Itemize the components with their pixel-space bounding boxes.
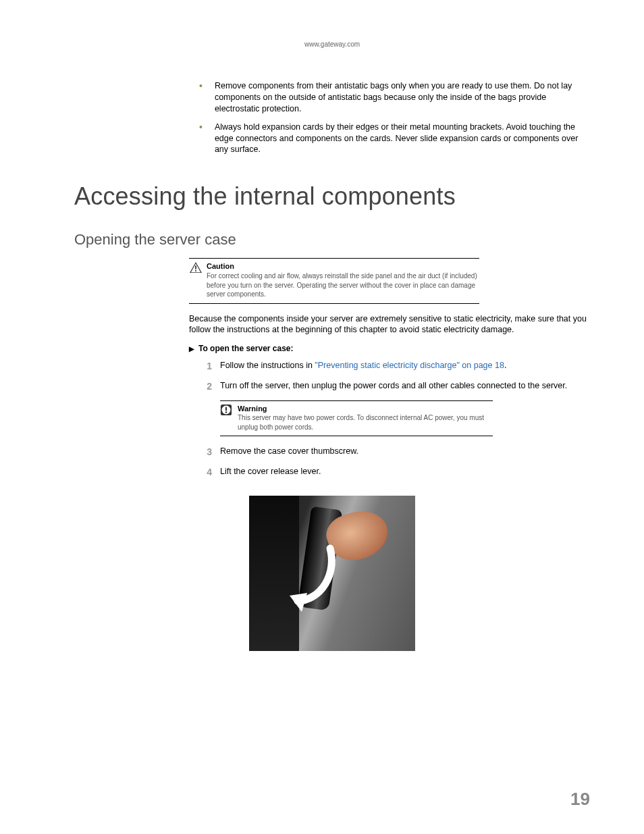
svg-rect-2 xyxy=(195,266,196,269)
bullet-text: Remove components from their antistatic … xyxy=(215,80,590,115)
step-text: Lift the cover release lever. xyxy=(220,466,590,479)
cross-reference-link[interactable]: "Preventing static electricity discharge… xyxy=(315,361,504,370)
step-text: Follow the instructions in "Preventing s… xyxy=(220,360,590,373)
caution-title: Caution xyxy=(207,262,234,270)
procedure-title-text: To open the server case: xyxy=(198,344,294,353)
step-1: 1 Follow the instructions in "Preventing… xyxy=(196,360,590,373)
caution-icon xyxy=(189,261,203,273)
motion-arrow-icon xyxy=(284,543,345,617)
step-number: 1 xyxy=(196,360,212,373)
antistatic-bullet-list: • Remove components from their antistati… xyxy=(199,80,590,155)
page-number: 19 xyxy=(570,789,590,810)
svg-rect-3 xyxy=(195,270,196,271)
step-text: Remove the case cover thumbscrew. xyxy=(220,446,590,459)
step-number: 4 xyxy=(196,466,212,479)
bullet-item: • Always hold expansion cards by their e… xyxy=(199,122,590,156)
header-url: www.gateway.com xyxy=(74,41,590,48)
bullet-dot-icon: • xyxy=(199,122,203,156)
warning-icon xyxy=(220,404,234,416)
step-2: 2 Turn off the server, then unplug the p… xyxy=(196,380,590,394)
svg-rect-6 xyxy=(225,407,227,411)
caution-callout: Caution For correct cooling and air flow… xyxy=(189,258,479,303)
bullet-text: Always hold expansion cards by their edg… xyxy=(215,122,590,156)
warning-title: Warning xyxy=(238,405,267,413)
step-list: 1 Follow the instructions in "Preventing… xyxy=(196,360,590,393)
bullet-item: • Remove components from their antistati… xyxy=(199,80,590,115)
step-4: 4 Lift the cover release lever. xyxy=(196,466,590,479)
warning-callout: Warning This server may have two power c… xyxy=(220,400,493,437)
procedure-arrow-icon: ▶ xyxy=(189,345,194,353)
step-list-continued: 3 Remove the case cover thumbscrew. 4 Li… xyxy=(196,446,590,479)
svg-point-7 xyxy=(225,411,227,413)
step-3: 3 Remove the case cover thumbscrew. xyxy=(196,446,590,459)
caution-body: For correct cooling and air flow, always… xyxy=(207,272,477,298)
section-heading: Accessing the internal components xyxy=(74,182,590,211)
procedure-title: ▶ To open the server case: xyxy=(189,344,590,353)
subsection-heading: Opening the server case xyxy=(74,231,590,249)
step-text: Turn off the server, then unplug the pow… xyxy=(220,380,590,394)
step-1-posttext: . xyxy=(504,361,506,370)
step-1-pretext: Follow the instructions in xyxy=(220,361,315,370)
warning-body: This server may have two power cords. To… xyxy=(238,414,484,431)
step-number: 3 xyxy=(196,446,212,459)
bullet-dot-icon: • xyxy=(199,80,203,115)
step-number: 2 xyxy=(196,380,212,394)
intro-paragraph: Because the components inside your serve… xyxy=(189,313,590,336)
cover-release-figure xyxy=(249,496,415,651)
